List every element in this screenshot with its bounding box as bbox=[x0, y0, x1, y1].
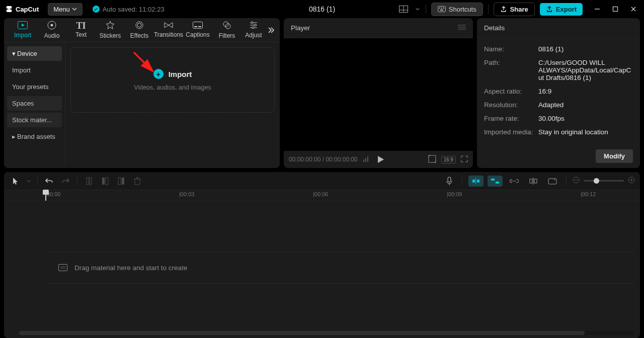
tab-stickers[interactable]: Stickers bbox=[96, 18, 125, 42]
svg-rect-19 bbox=[194, 26, 197, 27]
sidebar-item-stock[interactable]: Stock mater... bbox=[7, 113, 62, 127]
zoom-slider[interactable] bbox=[584, 180, 624, 182]
capcut-logo-icon bbox=[5, 5, 13, 13]
timeline-scrollbar-thumb[interactable] bbox=[19, 331, 585, 335]
snap-icon bbox=[472, 178, 480, 184]
svg-point-56 bbox=[554, 179, 555, 180]
snap-toggle[interactable] bbox=[468, 176, 484, 187]
player-scale-button[interactable] bbox=[428, 155, 436, 164]
cursor-tool[interactable] bbox=[9, 175, 22, 188]
timeline-drop-area[interactable]: Drag material here and start to create bbox=[49, 251, 634, 284]
capture-toggle[interactable] bbox=[545, 176, 560, 187]
tab-effects[interactable]: Effects bbox=[125, 18, 154, 42]
svg-rect-18 bbox=[193, 22, 203, 29]
player-ratio-badge[interactable]: 16:9 bbox=[441, 156, 456, 163]
media-tabs: Import Audio TI Text Stickers bbox=[4, 18, 280, 42]
tab-import[interactable]: Import bbox=[8, 18, 37, 42]
svg-point-16 bbox=[51, 24, 53, 26]
share-button[interactable]: Share bbox=[494, 3, 535, 16]
tab-import-label: Import bbox=[14, 32, 31, 39]
svg-rect-20 bbox=[198, 26, 201, 27]
player-canvas[interactable] bbox=[284, 38, 473, 151]
transitions-tab-icon bbox=[164, 21, 174, 30]
details-resolution-value: Adapted bbox=[538, 101, 633, 109]
timeline-h-scrollbar[interactable] bbox=[19, 331, 634, 335]
zoom-in-button[interactable] bbox=[628, 177, 635, 185]
cursor-tool-dropdown[interactable] bbox=[25, 175, 32, 188]
close-icon bbox=[630, 6, 636, 12]
chevron-down-icon bbox=[416, 7, 420, 11]
zoom-out-button[interactable] bbox=[573, 177, 580, 185]
tab-audio[interactable]: Audio bbox=[37, 18, 66, 42]
sidebar-item-spaces[interactable]: Spaces bbox=[7, 96, 62, 111]
svg-marker-2 bbox=[9, 8, 10, 11]
svg-rect-37 bbox=[87, 178, 89, 185]
linked-icon bbox=[491, 178, 500, 184]
split-right-tool[interactable] bbox=[115, 175, 128, 188]
player-title: Player bbox=[291, 24, 310, 32]
captions-tab-icon bbox=[193, 21, 203, 30]
play-button[interactable] bbox=[378, 156, 384, 163]
linked-selection-toggle[interactable] bbox=[488, 176, 503, 187]
menu-button[interactable]: Menu bbox=[48, 3, 83, 16]
svg-point-22 bbox=[225, 24, 230, 29]
sidebar-item-import[interactable]: Import bbox=[7, 63, 62, 77]
window-close-button[interactable] bbox=[628, 4, 639, 15]
import-tab-icon bbox=[18, 21, 28, 31]
separator bbox=[77, 177, 77, 186]
chevron-down-icon: ▾ bbox=[12, 50, 16, 57]
sidebar-item-device[interactable]: ▾Device bbox=[7, 46, 62, 61]
timeline-drop-hint: Drag material here and start to create bbox=[74, 264, 187, 272]
layout-dropdown[interactable] bbox=[415, 3, 421, 15]
svg-rect-39 bbox=[102, 178, 105, 185]
delete-icon bbox=[134, 177, 141, 185]
tab-transitions[interactable]: Transitions bbox=[154, 18, 183, 42]
delete-tool[interactable] bbox=[131, 175, 144, 188]
svg-rect-41 bbox=[118, 178, 121, 185]
sidebar-item-brand[interactable]: ▸Brand assets bbox=[7, 129, 62, 144]
svg-marker-14 bbox=[22, 24, 25, 27]
details-imported-value: Stay in original location bbox=[538, 128, 633, 136]
fullscreen-button[interactable] bbox=[461, 155, 468, 164]
split-left-icon bbox=[102, 177, 109, 185]
window-minimize-button[interactable] bbox=[592, 4, 603, 15]
tab-filters[interactable]: Filters bbox=[212, 18, 242, 42]
svg-point-21 bbox=[223, 22, 228, 27]
separator bbox=[37, 177, 38, 186]
tab-captions[interactable]: Captions bbox=[183, 18, 212, 42]
window-maximize-button[interactable] bbox=[610, 4, 621, 15]
tab-text[interactable]: TI Text bbox=[66, 18, 96, 42]
details-aspect-value: 16:9 bbox=[538, 88, 633, 95]
player-level-icon[interactable] bbox=[363, 155, 370, 164]
timeline-tracks[interactable]: Drag material here and start to create bbox=[4, 201, 640, 327]
split-tool[interactable] bbox=[83, 175, 96, 188]
tab-adjust[interactable]: Adjust bbox=[242, 18, 266, 42]
svg-point-26 bbox=[254, 24, 256, 26]
shortcuts-button[interactable]: Shortcuts bbox=[431, 3, 483, 16]
share-icon bbox=[500, 6, 507, 13]
split-left-tool[interactable] bbox=[99, 175, 112, 188]
timeline-playhead[interactable] bbox=[45, 190, 46, 201]
mic-button[interactable] bbox=[443, 175, 456, 188]
separator bbox=[566, 177, 567, 186]
layout-preset-button[interactable] bbox=[397, 3, 410, 15]
timeline-ruler[interactable]: |00:00 |00:03 |00:06 |00:09 |00:12 bbox=[4, 190, 640, 201]
tabs-more-button[interactable] bbox=[264, 23, 278, 37]
svg-rect-47 bbox=[472, 180, 475, 183]
player-menu-icon[interactable] bbox=[458, 24, 466, 32]
link-toggle[interactable] bbox=[507, 176, 522, 187]
svg-rect-50 bbox=[491, 179, 495, 181]
undo-button[interactable] bbox=[43, 175, 56, 188]
modify-button[interactable]: Modify bbox=[596, 149, 633, 163]
preview-axis-toggle[interactable] bbox=[526, 176, 541, 187]
minimize-icon bbox=[594, 6, 600, 12]
export-button[interactable]: Export bbox=[540, 3, 583, 16]
tab-stickers-label: Stickers bbox=[100, 32, 121, 39]
sidebar-item-presets[interactable]: Your presets bbox=[7, 79, 62, 94]
svg-rect-8 bbox=[441, 8, 442, 9]
details-imported-label: Imported media: bbox=[484, 128, 538, 136]
import-drop-zone[interactable]: + Import Videos, audios, and images bbox=[70, 47, 275, 113]
split-icon bbox=[86, 177, 92, 185]
share-label: Share bbox=[510, 6, 528, 13]
redo-button[interactable] bbox=[59, 175, 72, 188]
